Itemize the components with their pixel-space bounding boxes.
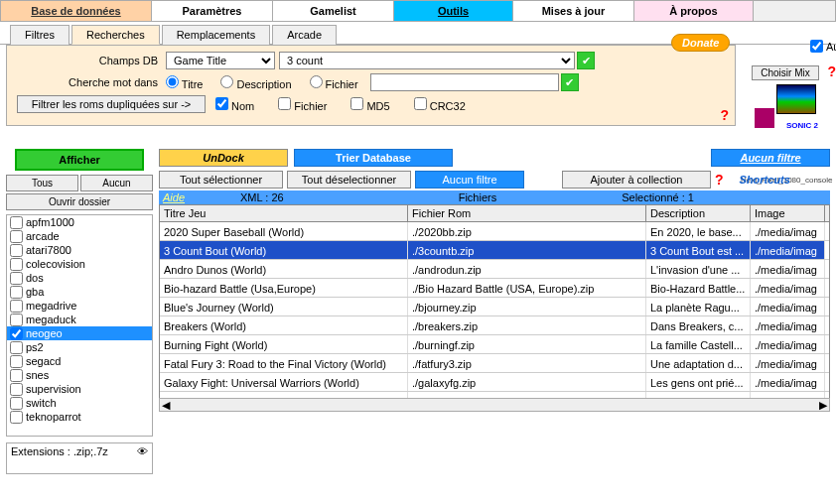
table-row[interactable]: Andro Dunos (World)./androdun.zipL'invas… [160, 260, 829, 279]
champs-select[interactable]: Game Title [166, 52, 275, 69]
system-item[interactable]: megaduck [7, 313, 152, 326]
table-row[interactable]: Burning Fight (World)./burningf.zipLa fa… [160, 335, 829, 354]
help-icon[interactable]: ? [720, 107, 729, 123]
table-row[interactable]: 2020 Super Baseball (World)./2020bb.zipE… [160, 222, 829, 241]
system-item[interactable]: neogeo [7, 326, 152, 340]
col-rom[interactable]: Fichier Rom [408, 205, 646, 221]
tous-button[interactable]: Tous [6, 175, 78, 191]
tab-updates[interactable]: Mises à jour [513, 1, 634, 21]
system-item[interactable]: snes [7, 368, 152, 382]
choisir-mix-button[interactable]: Choisir Mix [752, 65, 818, 80]
ouvrir-dossier-button[interactable]: Ouvrir dossier [6, 193, 153, 210]
scroll-left-icon[interactable]: ◀ [162, 399, 170, 412]
game-grid[interactable]: Titre Jeu Fichier Rom Description Image … [159, 204, 830, 412]
ajouter-collection-button[interactable]: Ajouter à collection [562, 171, 711, 189]
table-row[interactable]: Blue's Journey (World)./bjourney.zipLa p… [160, 298, 829, 316]
xml-count: XML : 26 [240, 191, 284, 203]
radio-desc[interactable]: Description [220, 75, 291, 90]
scroll-right-icon[interactable]: ▶ [819, 399, 827, 412]
system-item[interactable]: supervision [7, 382, 152, 396]
subtab-search[interactable]: Recherches [71, 25, 160, 45]
chk-nom[interactable]: Nom [215, 97, 254, 112]
help-mix-icon[interactable]: ? [827, 63, 836, 79]
main-tabs: Base de données Paramètres Gamelist Outi… [0, 0, 836, 22]
aucun-button[interactable]: Aucun [80, 175, 153, 191]
tab-about[interactable]: À propos [634, 1, 754, 21]
table-row[interactable]: Bio-hazard Battle (Usa,Europe)./Bio Haza… [160, 279, 829, 298]
aucun-filtre-button[interactable]: Aucun filtre [415, 171, 524, 189]
tab-database[interactable]: Base de données [1, 1, 152, 21]
chk-fichier[interactable]: Fichier [278, 97, 327, 112]
template-thumbnail[interactable]: SONIC 2 [755, 84, 816, 128]
tab-gamelist[interactable]: Gamelist [273, 1, 394, 21]
system-item[interactable]: colecovision [7, 257, 152, 271]
tab-params[interactable]: Paramètres [152, 1, 273, 21]
main-area: UnDock Trier Database Aucun filtre Tout … [159, 149, 830, 412]
col-img[interactable]: Image [751, 205, 825, 221]
system-list[interactable]: apfm1000arcadeatari7800colecovisiondosgb… [6, 214, 153, 437]
selection-label: Selectionné : 1 [622, 191, 694, 203]
system-item[interactable]: segacd [7, 354, 152, 368]
motdans-label: Cherche mot dans [17, 76, 166, 88]
radio-fichier[interactable]: Fichier [310, 75, 358, 90]
system-item[interactable]: megadrive [7, 299, 152, 313]
ext-eye-icon[interactable]: 👁 [137, 445, 148, 457]
subtab-replace[interactable]: Remplacements [162, 25, 270, 45]
filter-dup-button[interactable]: Filtrer les roms dupliquées sur -> [17, 95, 206, 113]
subtab-arcade[interactable]: Arcade [272, 25, 337, 45]
system-item[interactable]: ps2 [7, 340, 152, 354]
system-item[interactable]: arcade [7, 229, 152, 243]
extensions-box: Extensions : .zip;.7z 👁 [6, 442, 153, 474]
tab-tools[interactable]: Outils [394, 1, 513, 21]
fichiers-label: Fichiers [459, 191, 497, 203]
subtab-filters[interactable]: Filtres [10, 25, 70, 45]
donate-button[interactable]: Donate [671, 34, 730, 52]
confirm-query-icon[interactable]: ✔ [577, 52, 595, 69]
system-item[interactable]: switch [7, 396, 152, 410]
table-row[interactable]: Galaxy Fight: Universal Warriors (World)… [160, 373, 829, 392]
system-item[interactable]: teknoparrot [7, 410, 152, 424]
search-panel: Champs DB Game Title 3 count ✔ Cherche m… [6, 45, 736, 126]
confirm-text-icon[interactable]: ✔ [561, 73, 579, 91]
system-item[interactable]: apfm1000 [7, 215, 152, 229]
info-bar: Aide XML : 26 Fichiers Selectionné : 1 [159, 190, 830, 204]
system-item[interactable]: gba [7, 285, 152, 299]
table-row[interactable]: 3 Count Bout (World)./3countb.zip3 Count… [160, 241, 829, 260]
col-desc[interactable]: Description [646, 205, 751, 221]
system-item[interactable]: atari7800 [7, 243, 152, 257]
query-select[interactable]: 3 count [279, 52, 575, 69]
champs-label: Champs DB [17, 55, 166, 66]
auto-template-check[interactable]: Auto template [810, 40, 836, 53]
system-item[interactable]: dos [7, 271, 152, 285]
aucun-filtre-top-button[interactable]: Aucun filtre [711, 149, 830, 167]
left-panel: Afficher Tous Aucun Ouvrir dossier apfm1… [6, 149, 153, 474]
chk-md5[interactable]: MD5 [350, 97, 389, 112]
shortcuts-link[interactable]: Shortcuts [740, 174, 790, 186]
h-scrollbar[interactable]: ◀ ▶ [159, 398, 830, 412]
search-text-input[interactable] [370, 73, 559, 91]
radio-titre[interactable]: Titre [166, 75, 203, 90]
undock-button[interactable]: UnDock [159, 149, 288, 167]
col-titre[interactable]: Titre Jeu [160, 205, 408, 221]
table-row[interactable]: Breakers (World)./breakers.zipDans Break… [160, 316, 829, 335]
extensions-label: Extensions : .zip;.7z [11, 445, 108, 457]
table-row[interactable]: Fatal Fury 3: Road to the Final Victory … [160, 354, 829, 373]
grid-header[interactable]: Titre Jeu Fichier Rom Description Image [160, 205, 829, 222]
aide-link[interactable]: Aide [163, 191, 185, 203]
afficher-button[interactable]: Afficher [15, 149, 144, 171]
chk-crc[interactable]: CRC32 [414, 97, 466, 112]
toolbar-help-icon[interactable]: ? [715, 172, 724, 188]
trier-button[interactable]: Trier Database [294, 149, 453, 167]
tout-desel-button[interactable]: Tout déselectionner [287, 171, 411, 189]
tout-sel-button[interactable]: Tout sélectionner [159, 171, 283, 189]
